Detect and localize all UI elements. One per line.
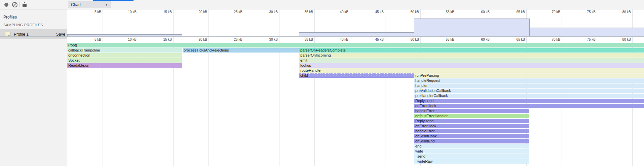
frame-label: preHandlerCallback xyxy=(415,94,448,98)
tick-label-60kb: 60 kB xyxy=(469,10,490,14)
delete-profile-button[interactable] xyxy=(21,1,28,8)
frame--writeraw[interactable]: _writeRaw xyxy=(414,159,529,164)
frame-label: onErrorHook xyxy=(415,104,436,108)
frame-label: handler xyxy=(415,84,428,88)
frame-label: emit xyxy=(300,58,307,62)
tick-label-75kb: 75 kB xyxy=(575,38,596,41)
tick-label-55kb: 55 kB xyxy=(434,38,454,41)
tick-label-75kb: 75 kB xyxy=(575,10,596,14)
frame-readable-on[interactable]: Readable.on xyxy=(67,63,182,68)
tick-label-15kb: 15 kB xyxy=(152,38,172,41)
gridline-10kb xyxy=(138,9,138,37)
frame-label: Readable.on xyxy=(68,63,89,67)
frame-handleerror[interactable]: handleError xyxy=(414,129,529,133)
tick-label-65kb: 65 kB xyxy=(505,38,525,41)
frame-callbacktrampoline[interactable]: callbackTrampoline xyxy=(67,48,182,53)
frame-handleerror[interactable]: handleError xyxy=(414,109,529,113)
tick-label-5kb: 5 kB xyxy=(81,10,101,14)
overview-segment-4[interactable] xyxy=(530,28,644,36)
record-circle-icon xyxy=(4,3,8,7)
sidebar-item-profile-1[interactable]: Profile 1 Save xyxy=(0,29,67,39)
frame-label: defaultErrorHandler xyxy=(415,114,448,118)
tick-label-40kb: 40 kB xyxy=(328,10,348,14)
frame-defaulterrorhandler[interactable]: defaultErrorHandler xyxy=(414,114,529,118)
frame-reply-send[interactable]: Reply.send xyxy=(414,99,644,103)
frame-label: parserOnHeadersComplete xyxy=(300,48,346,52)
view-mode-select[interactable]: Chart ▼ xyxy=(68,1,111,8)
frame-onconnection[interactable]: onconnection xyxy=(67,53,182,58)
frame-label: lookup xyxy=(300,63,311,67)
frame-label: callbackTrampoline xyxy=(68,48,100,52)
overview-segment-1[interactable] xyxy=(67,34,182,36)
frame-child[interactable]: child xyxy=(299,73,414,78)
save-profile-link[interactable]: Save xyxy=(56,32,65,37)
gridline-30kb xyxy=(279,9,279,37)
frame-prevalidationcallback[interactable]: preValidationCallback xyxy=(414,89,644,93)
frame-socket[interactable]: Socket xyxy=(67,58,182,63)
frame-onsendend[interactable]: onSendEnd xyxy=(414,139,529,143)
frame-label: Socket xyxy=(68,58,80,62)
frame-label: write_ xyxy=(415,149,425,153)
frame-onerrorhook[interactable]: onErrorHook xyxy=(414,104,644,108)
frame-label: handleError xyxy=(415,129,434,133)
tick-label-20kb: 20 kB xyxy=(187,38,207,41)
gridline-30kb xyxy=(279,37,279,166)
overview-baseline xyxy=(0,36,644,37)
tick-label-55kb: 55 kB xyxy=(434,10,454,14)
tick-label-35kb: 35 kB xyxy=(293,38,313,41)
frame-write-[interactable]: write_ xyxy=(414,149,529,154)
tick-label-35kb: 35 kB xyxy=(293,10,313,14)
frame-end[interactable]: end xyxy=(414,144,529,148)
gridline-5kb xyxy=(103,9,103,37)
tick-label-60kb: 60 kB xyxy=(469,38,490,41)
gridline-25kb xyxy=(244,9,244,37)
frame-label: handleRequest xyxy=(415,78,440,82)
gridline-25kb xyxy=(244,37,244,166)
frame-label: child xyxy=(300,73,308,77)
frame-parseronincoming[interactable]: parserOnIncoming xyxy=(299,53,644,58)
chevron-down-icon: ▼ xyxy=(105,3,108,6)
frame--root-[interactable]: (root) xyxy=(67,43,644,47)
tick-label-20kb: 20 kB xyxy=(187,10,207,14)
profiles-sidebar: Profiles SAMPLING PROFILES Profile 1 Sav… xyxy=(0,9,67,166)
frame-runpreparsing[interactable]: runPreParsing xyxy=(414,73,644,78)
profile-name: Profile 1 xyxy=(14,32,29,37)
frame-label: Reply.send xyxy=(415,99,433,103)
frame-label: parserOnIncoming xyxy=(300,53,331,57)
record-button[interactable] xyxy=(3,1,10,8)
frame-routehandler[interactable]: routeHandler xyxy=(299,68,644,73)
frame--send[interactable]: _send xyxy=(414,154,529,159)
sidebar-title: Profiles xyxy=(3,15,17,20)
tick-label-70kb: 70 kB xyxy=(540,38,560,41)
tick-label-15kb: 15 kB xyxy=(152,10,172,14)
frame-emit[interactable]: emit xyxy=(299,58,644,63)
frame-lookup[interactable]: lookup xyxy=(299,63,644,68)
tick-label-10kb: 10 kB xyxy=(116,10,137,14)
frame-onerrorhook[interactable]: onErrorHook xyxy=(414,124,529,128)
frame-label: routeHandler xyxy=(300,68,322,72)
gridline-20kb xyxy=(209,9,209,37)
clear-profiles-button[interactable] xyxy=(11,1,18,8)
frame-parseronheaderscomplete[interactable]: parserOnHeadersComplete xyxy=(299,48,644,53)
frame-prehandlercallback[interactable]: preHandlerCallback xyxy=(414,94,644,98)
frame-label: end xyxy=(415,144,421,148)
frame-label: preValidationCallback xyxy=(415,89,451,93)
frame-handler[interactable]: handler xyxy=(414,84,644,88)
tick-label-10kb: 10 kB xyxy=(116,38,137,41)
frame-label: Reply.send xyxy=(415,119,433,123)
frame-handlerequest[interactable]: handleRequest xyxy=(414,78,644,83)
overview-segment-2[interactable] xyxy=(299,32,414,36)
tick-label-25kb: 25 kB xyxy=(222,38,242,41)
frame-processticksandrejections[interactable]: processTicksAndRejections xyxy=(183,48,299,53)
tick-label-40kb: 40 kB xyxy=(328,38,348,41)
tick-label-70kb: 70 kB xyxy=(540,10,560,14)
view-mode-value: Chart xyxy=(71,2,81,7)
frame-reply-send[interactable]: Reply.send xyxy=(414,119,529,123)
overview-segment-3[interactable] xyxy=(414,19,530,36)
tick-label-45kb: 45 kB xyxy=(364,10,384,14)
frame-onsendhook[interactable]: onSendHook xyxy=(414,134,529,138)
block-circle-icon xyxy=(12,2,17,7)
gridline-15kb xyxy=(173,9,174,37)
tick-label-65kb: 65 kB xyxy=(505,10,525,14)
profiler-toolbar: Chart ▼ xyxy=(0,0,644,9)
